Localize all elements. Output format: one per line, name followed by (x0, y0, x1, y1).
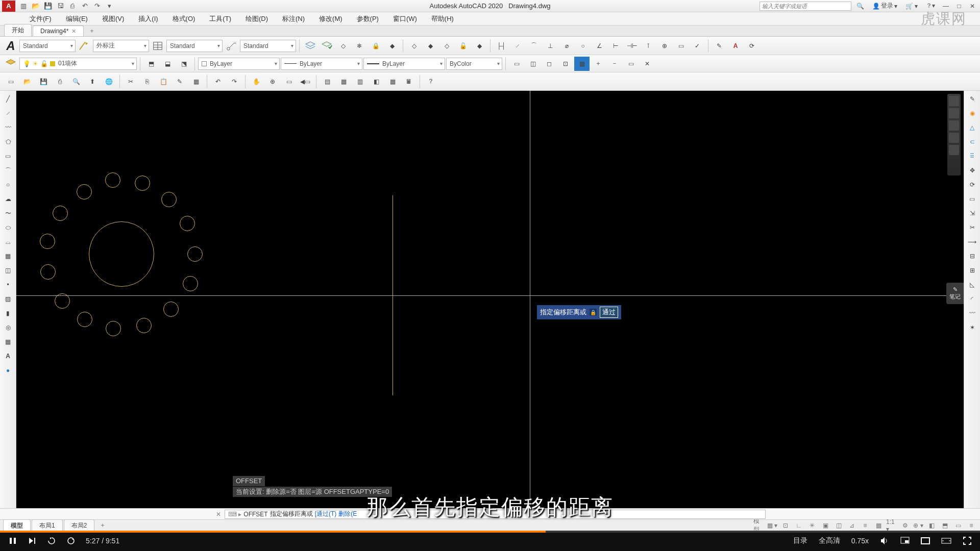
layer-on-icon[interactable]: ◆ (472, 39, 487, 53)
move-icon[interactable]: ✥ (966, 164, 978, 177)
status-model-button[interactable]: 模型 (753, 521, 765, 530)
layer-uniso-icon[interactable]: ◆ (423, 39, 438, 53)
layer-props-icon[interactable] (3, 57, 18, 71)
status-isodraft-icon[interactable]: ◧ (926, 521, 937, 530)
layer-freeze-icon[interactable]: ❄ (352, 39, 367, 53)
menu-modify[interactable]: 修改(M) (312, 12, 350, 26)
layer-thaw-icon[interactable]: ◇ (439, 39, 454, 53)
zoom-scale-icon[interactable]: ◻ (542, 57, 557, 71)
chamfer-icon[interactable]: ◺ (966, 279, 978, 291)
layer-prev-icon[interactable]: ⬒ (143, 57, 159, 71)
table-style-icon[interactable] (150, 39, 165, 53)
std-save-icon[interactable]: 💾 (36, 74, 51, 89)
layer-match-icon[interactable]: ◆ (384, 39, 400, 53)
menu-parametric[interactable]: 参数(P) (350, 12, 386, 26)
revcloud-icon[interactable]: ☁ (2, 193, 14, 205)
std-calc-icon[interactable]: 🖩 (401, 74, 416, 89)
layer-states-icon[interactable] (319, 39, 334, 53)
loop-button[interactable] (66, 536, 76, 545)
std-new-icon[interactable]: ▭ (3, 74, 18, 89)
mtext-icon[interactable]: A (2, 350, 14, 362)
mirror-icon[interactable]: △ (966, 121, 978, 134)
std-zoom-prev-icon[interactable]: ◀▭ (298, 74, 313, 89)
std-pan-icon[interactable]: ✋ (249, 74, 264, 89)
std-plot-icon[interactable]: ⎙ (52, 74, 67, 89)
layout-tab-2[interactable]: 布局2 (64, 519, 95, 532)
zoom-out-icon[interactable]: － (607, 57, 622, 71)
rotate-icon[interactable]: ⟳ (966, 179, 978, 191)
cmdline-option-throughh[interactable]: [通过(T) (315, 510, 337, 518)
std-paste-icon[interactable]: 📋 (156, 74, 171, 89)
status-osnap-icon[interactable]: ▣ (820, 521, 831, 530)
blend-icon[interactable]: 〰 (966, 307, 978, 319)
std-preview-icon[interactable]: 🔍 (68, 74, 84, 89)
zoom-center-icon[interactable]: ⊡ (558, 57, 573, 71)
text-style-combo[interactable]: Standard (19, 40, 76, 52)
dim-aligned-icon[interactable]: ⟋ (510, 39, 525, 53)
volume-icon[interactable] (880, 536, 889, 545)
construction-line-icon[interactable]: ⟋ (2, 107, 14, 119)
menu-draw[interactable]: 绘图(D) (238, 12, 275, 26)
dim-radius-icon[interactable]: ⌀ (559, 39, 574, 53)
trim-icon[interactable]: ✂ (966, 221, 978, 234)
zoom-in-icon[interactable]: ＋ (591, 57, 606, 71)
theater-icon[interactable] (921, 536, 930, 545)
dim-space-icon[interactable]: ⊺ (641, 39, 656, 53)
std-sheetset-icon[interactable]: ◧ (369, 74, 384, 89)
dim-baseline-icon[interactable]: ⊢ (608, 39, 623, 53)
tab-start[interactable]: 开始 (4, 24, 32, 36)
tab-add-icon[interactable]: ＋ (85, 26, 99, 36)
status-ortho-icon[interactable]: ∟ (793, 521, 804, 530)
notes-panel-tab[interactable]: ✎ 笔记 (946, 283, 964, 304)
dim-angle-icon[interactable]: ∠ (592, 39, 607, 53)
std-block-icon[interactable]: ▦ (188, 74, 204, 89)
tab-drawing4[interactable]: Drawing4* ✕ (33, 26, 84, 36)
array-icon[interactable]: ⠿ (966, 150, 978, 162)
dim-diameter-icon[interactable]: ○ (575, 39, 591, 53)
std-help-icon[interactable]: ？ (423, 74, 438, 89)
std-markup-icon[interactable]: ▦ (385, 74, 400, 89)
status-grid-icon[interactable]: ▦ ▾ (767, 521, 778, 530)
std-designcenter-icon[interactable]: ▦ (336, 74, 351, 89)
cmdline-option-erase[interactable]: 删除(E (338, 510, 357, 518)
menu-dimension[interactable]: 标注(N) (275, 12, 312, 26)
copy-icon[interactable]: ◉ (966, 107, 978, 119)
menu-format[interactable]: 格式(O) (165, 12, 203, 26)
std-3d-icon[interactable]: 🌐 (101, 74, 116, 89)
table-style-combo[interactable]: Standard (166, 40, 223, 52)
status-otrack-icon[interactable]: ⊿ (846, 521, 857, 530)
linetype-combo[interactable]: ByLayer (281, 58, 362, 70)
search-web-icon[interactable]: 🔍 (853, 3, 867, 10)
rewind-button[interactable] (47, 536, 56, 545)
extend-icon[interactable]: ⟶ (966, 236, 978, 248)
status-3dosnap-icon[interactable]: ◫ (833, 521, 844, 530)
status-cleanscreen-icon[interactable]: ▭ (952, 521, 964, 530)
std-open-icon[interactable]: 📂 (19, 74, 35, 89)
qat-undo-icon[interactable]: ↶ (80, 2, 90, 11)
std-toolpalette-icon[interactable]: ▥ (352, 74, 368, 89)
match-prop-icon[interactable]: ✎ (712, 39, 727, 53)
erase-icon[interactable]: ✎ (966, 93, 978, 105)
catalog-button[interactable]: 目录 (793, 536, 807, 545)
status-snap-icon[interactable]: ⊡ (780, 521, 791, 530)
speed-button[interactable]: 0.75x (851, 537, 869, 545)
quality-button[interactable]: 全高清 (819, 536, 840, 545)
rectangle-icon[interactable]: ▭ (2, 150, 14, 162)
layer-walk-icon[interactable]: ⬓ (160, 57, 175, 71)
dim-style-icon[interactable] (77, 39, 92, 53)
navbar-pan-icon[interactable] (949, 108, 959, 118)
status-hardware-icon[interactable]: ⬒ (939, 521, 950, 530)
ellipse-icon[interactable]: ⬭ (2, 221, 14, 234)
menu-view[interactable]: 视图(V) (95, 12, 131, 26)
std-copy-icon[interactable]: ⎘ (139, 74, 155, 89)
navbar-showmotion-icon[interactable] (949, 145, 959, 155)
layout-tab-1[interactable]: 布局1 (32, 519, 63, 532)
qat-redo-icon[interactable]: ↷ (92, 2, 102, 11)
pause-button[interactable] (8, 536, 17, 545)
menu-window[interactable]: 窗口(W) (386, 12, 424, 26)
status-gear-icon[interactable]: ⚙ (899, 521, 911, 530)
close-icon[interactable]: ✕ (967, 2, 978, 10)
maximize-icon[interactable]: □ (953, 2, 965, 10)
drawing-canvas[interactable]: 指定偏移距离或 🔒 通过 ✎ 笔记 OFFSET 当前设置: 删除源=否 图层=… (16, 91, 964, 508)
gradient-icon[interactable]: ▮ (2, 307, 14, 319)
